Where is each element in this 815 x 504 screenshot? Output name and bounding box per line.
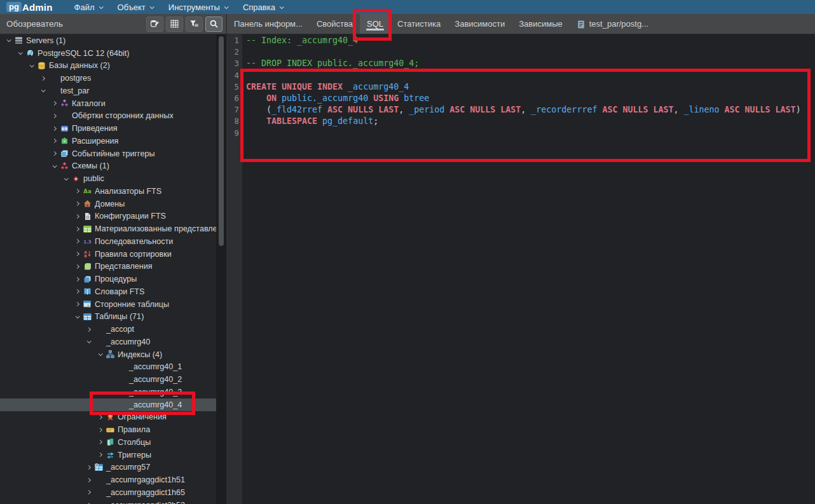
chevron-right-icon[interactable] <box>95 411 105 424</box>
chevron-down-icon[interactable] <box>15 47 25 60</box>
tree-item[interactable]: ABПравила сортировки <box>0 248 216 261</box>
chevron-right-icon[interactable] <box>50 135 59 147</box>
tree-item[interactable]: Каталоги <box>0 97 216 110</box>
chevron-right-icon[interactable] <box>95 449 105 461</box>
chevron-right-icon[interactable] <box>95 436 105 449</box>
tree-item[interactable]: undefined_accumrg40_1 <box>0 361 216 374</box>
sidebar-scrollbar-thumb[interactable] <box>219 36 224 246</box>
tree-item[interactable]: Событийные триггеры <box>0 147 216 160</box>
database-edit-button[interactable] <box>146 17 163 32</box>
tree-item[interactable]: undefined_accumrg40_2 <box>0 373 216 386</box>
chevron-right-icon[interactable] <box>84 486 93 499</box>
tree-item[interactable]: Представления <box>0 261 216 273</box>
chevron-down-icon[interactable] <box>84 336 93 348</box>
tab-dependents[interactable]: Зависимые <box>512 14 570 34</box>
tree-item[interactable]: Материализованные представлен <box>0 222 216 235</box>
tree-item[interactable]: Servers (1) <box>0 34 216 47</box>
tab-dependencies[interactable]: Зависимости <box>448 14 512 34</box>
tree-item[interactable]: public <box>0 172 216 185</box>
tree-item[interactable]: Сторонние таблицы <box>0 298 216 311</box>
chevron-right-icon[interactable] <box>38 72 48 85</box>
chevron-right-icon[interactable] <box>50 97 59 110</box>
chevron-right-icon[interactable] <box>84 461 93 474</box>
chevron-right-icon[interactable] <box>84 499 93 504</box>
tree-item[interactable]: undefined_accumrgaggdict1h51 <box>0 473 216 486</box>
tree-item[interactable]: Домены <box>0 198 216 210</box>
chevron-right-icon[interactable] <box>50 110 59 123</box>
chevron-right-icon[interactable] <box>72 210 82 223</box>
tree-item[interactable]: _accumrg57 <box>0 461 216 474</box>
chevron-down-icon[interactable] <box>61 172 71 185</box>
chevron-right-icon[interactable] <box>84 323 93 336</box>
tab-query-tool[interactable]: test_par/postg... <box>570 14 655 34</box>
chevron-down-icon[interactable] <box>50 160 59 173</box>
chevron-down-icon[interactable] <box>27 60 36 72</box>
filter-button[interactable] <box>186 17 203 32</box>
chevron-right-icon[interactable] <box>50 122 59 135</box>
chevron-down-icon[interactable] <box>95 348 105 361</box>
menu-file[interactable]: Файл <box>67 0 110 14</box>
tree-item[interactable]: 1.3Последовательности <box>0 235 216 248</box>
chevron-right-icon[interactable] <box>50 147 59 160</box>
tab-statistics[interactable]: Статистика <box>390 14 448 34</box>
tree-item-label: Индексы (4) <box>118 350 162 359</box>
tree-item[interactable]: 69Приведения <box>0 122 216 135</box>
chevron-down-icon[interactable] <box>38 85 48 97</box>
grid-button[interactable] <box>166 17 183 32</box>
fts-parsers-icon: Aa <box>83 187 92 195</box>
chevron-down-icon[interactable] <box>4 34 13 47</box>
collations-icon: AB <box>83 250 92 258</box>
fts-configurations-icon <box>83 212 92 221</box>
search-button[interactable] <box>205 17 223 32</box>
tree-item-selected[interactable]: undefined_accumrg40_4 <box>0 398 216 411</box>
tree-item[interactable]: Процедуры <box>0 273 216 285</box>
chevron-right-icon[interactable] <box>72 235 82 248</box>
tab-sql[interactable]: SQL <box>360 14 390 34</box>
chevron-right-icon[interactable] <box>72 261 82 273</box>
tree-item[interactable]: Ограничения <box>0 411 216 424</box>
tree-item[interactable]: Правила <box>0 423 216 436</box>
chevron-right-icon[interactable] <box>72 285 82 298</box>
tree-item[interactable]: undefined_accumrg40 <box>0 336 216 348</box>
tree-item[interactable]: Словари FTS <box>0 285 216 298</box>
chevron-right-icon[interactable] <box>95 423 105 436</box>
code-line: -- DROP INDEX public._accumrg40_4; <box>246 58 815 69</box>
sql-code-area[interactable]: -- Index: _accumrg40_4 -- DROP INDEX pub… <box>242 34 815 504</box>
menu-object[interactable]: Объект <box>110 0 161 14</box>
menu-tools[interactable]: Инструменты <box>161 0 235 14</box>
chevron-right-icon[interactable] <box>72 185 82 198</box>
chevron-right-icon[interactable] <box>72 222 82 235</box>
menu-help[interactable]: Справка <box>235 0 291 14</box>
tree-item[interactable]: Базы данных (2) <box>0 60 216 72</box>
tree-item[interactable]: AaАнализаторы FTS <box>0 185 216 198</box>
tab-properties[interactable]: Свойства <box>310 14 360 34</box>
line-number: 5 <box>226 81 239 93</box>
tree-item[interactable]: Таблицы (71) <box>0 311 216 324</box>
tree-item[interactable]: Расширения <box>0 135 216 147</box>
tab-label: Панель информ... <box>234 19 303 29</box>
tree-item[interactable]: undefinedtest_par <box>0 85 216 97</box>
tree-item[interactable]: undefined_accopt <box>0 323 216 336</box>
tree-item[interactable]: Триггеры <box>0 449 216 461</box>
tree-item[interactable]: Схемы (1) <box>0 160 216 173</box>
tree-item[interactable]: undefined_accumrg40_3 <box>0 386 216 398</box>
tree-item[interactable]: Конфигурации FTS <box>0 210 216 223</box>
tree-item[interactable]: undefined_accumrgaggdict1h65 <box>0 486 216 499</box>
chevron-right-icon[interactable] <box>72 248 82 261</box>
chevron-down-icon <box>280 4 284 9</box>
tab-dashboard[interactable]: Панель информ... <box>227 14 310 34</box>
expander-spacer <box>107 386 116 398</box>
chevron-right-icon[interactable] <box>72 273 82 285</box>
chevron-down-icon[interactable] <box>72 311 82 324</box>
tree-item-label: Схемы (1) <box>72 161 109 170</box>
tree-item-label: Базы данных (2) <box>49 61 110 70</box>
chevron-right-icon[interactable] <box>72 198 82 210</box>
tree-item[interactable]: undefined_accumrgaggdict2h52 <box>0 499 216 504</box>
tree-item[interactable]: Индексы (4) <box>0 348 216 361</box>
tree-item[interactable]: Столбцы <box>0 436 216 449</box>
chevron-right-icon[interactable] <box>72 298 82 311</box>
chevron-right-icon[interactable] <box>84 473 93 486</box>
tree-item[interactable]: undefinedpostgres <box>0 72 216 85</box>
tree-item[interactable]: undefinedОбёртки сторонних данных <box>0 110 216 123</box>
tree-item[interactable]: PostgreSQL 1C 12 (64bit) <box>0 47 216 60</box>
